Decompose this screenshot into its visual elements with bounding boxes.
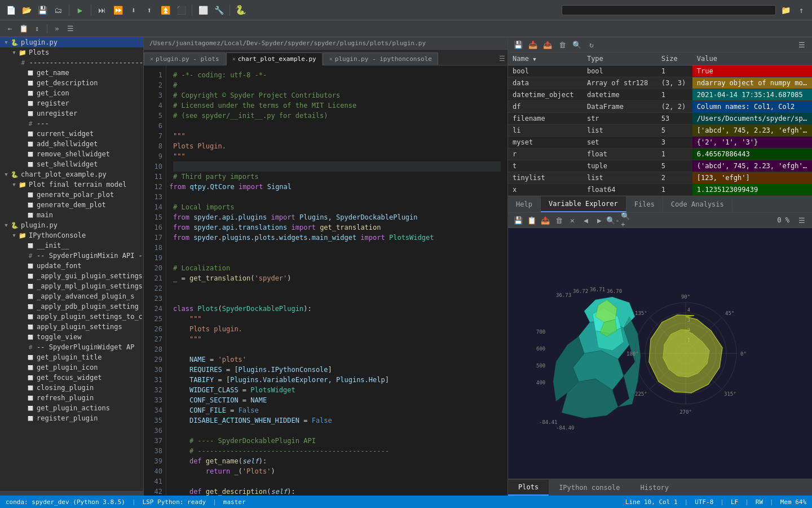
sidebar-item[interactable]: ⬜refresh_plugin xyxy=(0,393,143,403)
menu-icon[interactable]: ☰ xyxy=(65,23,76,34)
var-export-icon[interactable]: 📤 xyxy=(542,39,553,50)
open-file-icon[interactable]: 📂 xyxy=(20,4,33,16)
editor-tab[interactable]: ×chart_plot_example.py xyxy=(226,52,323,65)
table-row[interactable]: xfloat6411.1235123099439 xyxy=(508,184,812,196)
sync-icon[interactable]: ↕ xyxy=(32,23,43,34)
sidebar-item[interactable]: ⬜get_plugin_icon xyxy=(0,362,143,373)
sidebar-item[interactable]: #---------------------------- xyxy=(0,58,143,68)
table-row[interactable]: datetime_objectdatetime12021-04-14 17:35… xyxy=(508,89,812,101)
table-row[interactable]: filenamestr53/Users/Documents/spyder/spy… xyxy=(508,113,812,125)
var-save-icon[interactable]: 💾 xyxy=(513,39,524,50)
sidebar-item[interactable]: #-- SpyderPluginWidget AP xyxy=(0,342,143,352)
col-size[interactable]: Size xyxy=(657,52,692,65)
var-refresh-icon[interactable]: ↻ xyxy=(586,39,597,50)
sidebar-item[interactable]: ⬜update_font xyxy=(0,261,143,271)
new-file-icon[interactable]: 📄 xyxy=(5,4,17,16)
sidebar-item[interactable]: ▼🐍plugin.py xyxy=(0,220,143,230)
var-tab[interactable]: Code Analysis xyxy=(663,197,732,212)
sidebar-item[interactable]: ⬜get_icon xyxy=(0,88,143,98)
var-menu-icon[interactable]: ☰ xyxy=(796,39,807,50)
sidebar-item[interactable]: ⬜register_plugin xyxy=(0,413,143,423)
sidebar-item[interactable]: ⬜apply_plugin_settings xyxy=(0,322,143,332)
bottom-tab[interactable]: History xyxy=(630,480,679,495)
step-into-icon[interactable]: ⏩ xyxy=(112,4,124,16)
table-row[interactable]: boolbool1True xyxy=(508,65,812,77)
table-row[interactable]: dataArray of str128(3, 3)ndarray object … xyxy=(508,77,812,89)
sidebar-item[interactable]: ▼📁Plots xyxy=(0,47,143,58)
run-icon[interactable]: ▶ xyxy=(74,4,86,16)
sidebar-item[interactable]: ⬜add_shellwidget xyxy=(0,139,143,149)
sidebar-item[interactable]: ⬜main xyxy=(0,210,143,220)
sidebar-item[interactable]: ⬜register xyxy=(0,98,143,108)
sidebar-item[interactable]: ⬜_apply_pdb_plugin_setting xyxy=(0,301,143,312)
sidebar-item[interactable]: ⬜closing_plugin xyxy=(0,383,143,393)
var-import-icon[interactable]: 📥 xyxy=(527,39,539,50)
tab-close-icon[interactable]: × xyxy=(232,56,236,62)
sidebar-item[interactable]: ⬜_apply_gui_plugin_settings xyxy=(0,271,143,281)
col-type[interactable]: Type xyxy=(582,52,657,65)
browse-icon[interactable]: 📁 xyxy=(779,4,792,16)
plot-save-icon[interactable]: 💾 xyxy=(513,214,524,226)
sidebar-item[interactable]: ⬜generate_polar_plot xyxy=(0,190,143,200)
sidebar-item[interactable]: #--- xyxy=(0,119,143,129)
tab-close-icon[interactable]: × xyxy=(150,56,153,62)
debug-icon[interactable]: ⏭ xyxy=(96,4,108,16)
var-tab[interactable]: Variable Explorer xyxy=(541,196,626,212)
sidebar-item[interactable]: ⬜__init__ xyxy=(0,240,143,251)
sidebar-item[interactable]: ⬜get_description xyxy=(0,78,143,88)
plot-export-icon[interactable]: 📤 xyxy=(540,214,551,226)
sidebar-item[interactable]: #-- SpyderPluginMixin API - xyxy=(0,251,143,261)
sidebar-item[interactable]: ⬜unregister xyxy=(0,108,143,119)
table-row[interactable]: tinylistlist2[123, 'efgh'] xyxy=(508,172,812,184)
var-delete-icon[interactable]: 🗑 xyxy=(557,39,568,50)
sidebar-item[interactable]: ▼📁IPythonConsole xyxy=(0,230,143,240)
stop-icon[interactable]: ⬛ xyxy=(175,4,187,16)
table-row[interactable]: rfloat16.46567886443 xyxy=(508,148,812,160)
tab-menu-button[interactable]: ☰ xyxy=(497,52,508,65)
sidebar-item[interactable]: ⬜set_shellwidget xyxy=(0,159,143,169)
var-search-icon[interactable]: 🔍 xyxy=(571,39,582,50)
col-name[interactable]: Name ▼ xyxy=(508,52,582,65)
sidebar-item[interactable]: ⬜_apply_advanced_plugin_s xyxy=(0,291,143,301)
sidebar-item[interactable]: ▼🐍chart_plot_example.py xyxy=(0,169,143,179)
plot-zoom-in-icon[interactable]: 🔍+ xyxy=(621,214,632,226)
step-out-icon[interactable]: ⬆ xyxy=(143,4,156,16)
table-row[interactable]: ttuple5('abcd', 745, 2.23, 'efgh', 70.2) xyxy=(508,160,812,172)
step-over-icon[interactable]: ⬇ xyxy=(127,4,140,16)
table-row[interactable]: lilist5['abcd', 745, 2.23, 'efgh', 70.2] xyxy=(508,125,812,137)
sidebar-item[interactable]: ▼🐍plugin.py xyxy=(0,37,143,47)
editor-tab[interactable]: ×plugin.py - ipythonconsole xyxy=(323,52,438,65)
sidebar-hscrollbar[interactable] xyxy=(0,491,143,496)
copy-path-icon[interactable]: 📋 xyxy=(18,23,29,34)
plot-delete-icon[interactable]: 🗑 xyxy=(553,214,564,226)
sidebar-item[interactable]: ⬜apply_plugin_settings_to_c xyxy=(0,312,143,322)
sidebar-item[interactable]: ⬜get_focus_widget xyxy=(0,373,143,383)
table-row[interactable]: dfDataFrame(2, 2)Column names: Col1, Col… xyxy=(508,101,812,113)
sidebar-item[interactable]: ⬜remove_shellwidget xyxy=(0,149,143,159)
var-tab[interactable]: Help xyxy=(508,197,541,212)
var-tab[interactable]: Files xyxy=(626,197,663,212)
continue-icon[interactable]: ⏫ xyxy=(159,4,171,16)
sidebar-item[interactable]: ⬜toggle_view xyxy=(0,332,143,342)
editor-tab[interactable]: ×plugin.py - plots xyxy=(144,52,226,65)
tab-close-icon[interactable]: × xyxy=(329,56,333,62)
col-value[interactable]: Value xyxy=(692,52,812,65)
save-all-icon[interactable]: 🗂 xyxy=(52,4,64,16)
plot-next-icon[interactable]: ▶ xyxy=(594,214,605,226)
plot-menu-icon[interactable]: ☰ xyxy=(796,214,807,226)
settings-icon[interactable]: 🔧 xyxy=(213,4,225,16)
code-content[interactable]: # -*- coding: utf-8 -*-## Copyright © Sp… xyxy=(166,65,508,496)
plot-copy-icon[interactable]: 📋 xyxy=(526,214,537,226)
sidebar-item[interactable]: ⬜get_plugin_actions xyxy=(0,403,143,413)
plot-prev-icon[interactable]: ◀ xyxy=(580,214,592,226)
table-row[interactable]: mysetset3{'2', '1', '3'} xyxy=(508,137,812,148)
plot-close-icon[interactable]: ✕ xyxy=(567,214,578,226)
sidebar-item[interactable]: ⬜_apply_mpl_plugin_settings xyxy=(0,281,143,291)
sidebar-item[interactable]: ⬜current_widget xyxy=(0,129,143,139)
path-input[interactable]: ianitagomez/Local/Dev-Spyder/spyder/spyd… xyxy=(562,5,776,15)
sidebar-item[interactable]: ▼📁Plot final terrain model xyxy=(0,179,143,190)
more-icon[interactable]: » xyxy=(51,23,63,34)
save-file-icon[interactable]: 💾 xyxy=(36,4,48,16)
sidebar-item[interactable]: ⬜get_name xyxy=(0,68,143,78)
maximize-icon[interactable]: ⬜ xyxy=(197,4,209,16)
